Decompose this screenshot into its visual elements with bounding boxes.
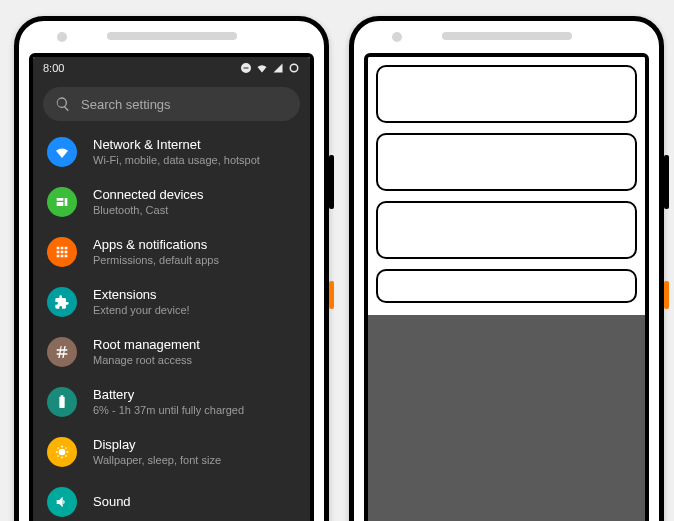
search-placeholder: Search settings bbox=[81, 97, 171, 112]
volume-icon bbox=[47, 487, 77, 517]
settings-row-title: Battery bbox=[93, 387, 244, 403]
settings-app: 8:00 Search settings Network & InternetW… bbox=[33, 57, 310, 521]
devices-icon bbox=[47, 187, 77, 217]
hash-icon bbox=[47, 337, 77, 367]
settings-row-title: Apps & notifications bbox=[93, 237, 219, 253]
phone-right bbox=[349, 16, 664, 521]
settings-row-texts: Root managementManage root access bbox=[93, 337, 200, 367]
brightness-icon bbox=[47, 437, 77, 467]
wireframe-card[interactable] bbox=[376, 133, 637, 191]
phone-camera bbox=[57, 32, 67, 42]
phone-speaker-grille bbox=[107, 32, 237, 40]
settings-row-sound[interactable]: Sound bbox=[33, 477, 310, 521]
settings-row-network[interactable]: Network & InternetWi-Fi, mobile, data us… bbox=[33, 127, 310, 177]
do-not-disturb-icon bbox=[240, 62, 252, 74]
settings-row-title: Sound bbox=[93, 494, 131, 510]
volume-button[interactable] bbox=[664, 281, 669, 309]
phone-left-screen: 8:00 Search settings Network & InternetW… bbox=[29, 53, 314, 521]
settings-row-title: Network & Internet bbox=[93, 137, 260, 153]
settings-row-texts: DisplayWallpaper, sleep, font size bbox=[93, 437, 221, 467]
settings-row-subtitle: Permissions, default apps bbox=[93, 253, 219, 267]
puzzle-icon bbox=[47, 287, 77, 317]
wireframe-content-area bbox=[368, 315, 645, 521]
search-settings[interactable]: Search settings bbox=[43, 87, 300, 121]
settings-row-extensions[interactable]: ExtensionsExtend your device! bbox=[33, 277, 310, 327]
phone-right-screen bbox=[364, 53, 649, 521]
cell-signal-icon bbox=[272, 62, 284, 74]
circle-status-icon bbox=[288, 62, 300, 74]
settings-row-battery[interactable]: Battery6% - 1h 37m until fully charged bbox=[33, 377, 310, 427]
settings-row-subtitle: Bluetooth, Cast bbox=[93, 203, 204, 217]
settings-row-title: Root management bbox=[93, 337, 200, 353]
settings-row-texts: ExtensionsExtend your device! bbox=[93, 287, 190, 317]
settings-row-texts: Connected devicesBluetooth, Cast bbox=[93, 187, 204, 217]
phone-camera bbox=[392, 32, 402, 42]
settings-row-subtitle: Manage root access bbox=[93, 353, 200, 367]
search-icon bbox=[55, 96, 71, 112]
settings-row-devices[interactable]: Connected devicesBluetooth, Cast bbox=[33, 177, 310, 227]
settings-row-title: Extensions bbox=[93, 287, 190, 303]
phone-left: 8:00 Search settings Network & InternetW… bbox=[14, 16, 329, 521]
settings-row-subtitle: Wi-Fi, mobile, data usage, hotspot bbox=[93, 153, 260, 167]
volume-button[interactable] bbox=[329, 281, 334, 309]
settings-row-subtitle: 6% - 1h 37m until fully charged bbox=[93, 403, 244, 417]
settings-row-texts: Battery6% - 1h 37m until fully charged bbox=[93, 387, 244, 417]
wireframe-card[interactable] bbox=[376, 269, 637, 303]
settings-row-title: Display bbox=[93, 437, 221, 453]
wifi-status-icon bbox=[256, 62, 268, 74]
battery-icon bbox=[47, 387, 77, 417]
phone-speaker-grille bbox=[442, 32, 572, 40]
status-icons bbox=[240, 62, 300, 74]
settings-row-texts: Sound bbox=[93, 494, 131, 510]
wireframe-card[interactable] bbox=[376, 201, 637, 259]
settings-row-subtitle: Wallpaper, sleep, font size bbox=[93, 453, 221, 467]
power-button[interactable] bbox=[664, 155, 669, 209]
settings-row-title: Connected devices bbox=[93, 187, 204, 203]
settings-row-subtitle: Extend your device! bbox=[93, 303, 190, 317]
stage: 8:00 Search settings Network & InternetW… bbox=[0, 0, 674, 521]
wireframe-screen bbox=[368, 57, 645, 521]
settings-row-root[interactable]: Root managementManage root access bbox=[33, 327, 310, 377]
apps-icon bbox=[47, 237, 77, 267]
settings-list: Network & InternetWi-Fi, mobile, data us… bbox=[33, 127, 310, 521]
wireframe-card[interactable] bbox=[376, 65, 637, 123]
status-clock: 8:00 bbox=[43, 62, 64, 74]
power-button[interactable] bbox=[329, 155, 334, 209]
settings-row-texts: Apps & notificationsPermissions, default… bbox=[93, 237, 219, 267]
status-bar: 8:00 bbox=[33, 57, 310, 79]
settings-row-display[interactable]: DisplayWallpaper, sleep, font size bbox=[33, 427, 310, 477]
settings-row-apps[interactable]: Apps & notificationsPermissions, default… bbox=[33, 227, 310, 277]
wifi-icon bbox=[47, 137, 77, 167]
settings-row-texts: Network & InternetWi-Fi, mobile, data us… bbox=[93, 137, 260, 167]
